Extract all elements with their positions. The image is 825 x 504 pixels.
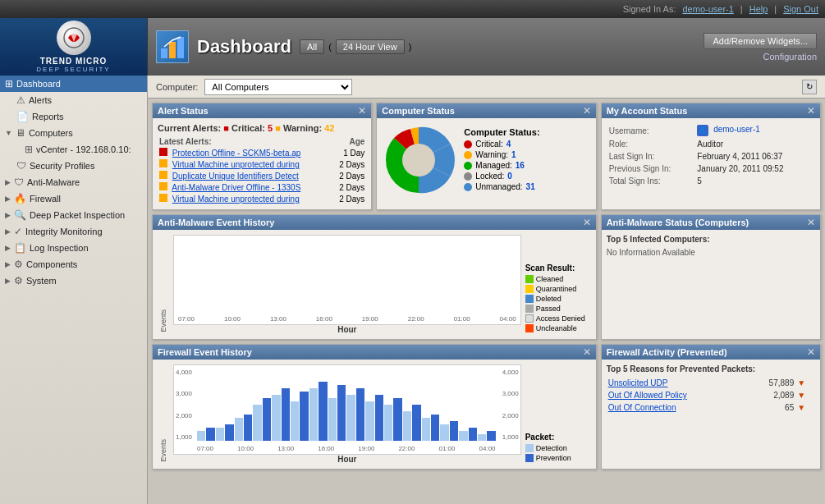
fw-bar-group xyxy=(328,385,346,441)
fw-activity-row: Out Of Connection 65 ▼ xyxy=(607,401,815,414)
firewall-activity-title: Firewall Activity (Prevented) xyxy=(607,347,727,357)
refresh-button[interactable]: ↻ xyxy=(802,80,817,94)
sidebar-label-system: System xyxy=(26,276,57,286)
computer-status-pie xyxy=(382,123,456,197)
sidebar-item-dashboard[interactable]: ⊞ Dashboard xyxy=(0,76,147,92)
view-paren: ( xyxy=(328,42,332,52)
computer-status-header: Computer Status ✕ xyxy=(377,103,595,118)
brand-name: TREND MICRO xyxy=(40,57,108,66)
sidebar-item-vcenter[interactable]: ⊞ vCenter - 192.168.0.10: xyxy=(0,141,147,158)
anti-malware-history-header: Anti-Malware Event History ✕ xyxy=(153,215,596,230)
computer-select[interactable]: All Computers xyxy=(204,79,352,95)
fw-bar-group xyxy=(216,424,234,441)
header-right: Add/Remove Widgets... Configuration xyxy=(704,33,825,62)
firewall-history-close[interactable]: ✕ xyxy=(583,347,591,357)
username-link[interactable]: demo-user-1 xyxy=(682,4,733,14)
sidebar-item-security-profiles[interactable]: 🛡 Security Profiles xyxy=(0,158,147,174)
last-signin-label: Last Sign In: xyxy=(607,150,695,163)
separator2: | xyxy=(774,4,777,14)
fw-bar-group xyxy=(459,428,477,441)
computer-bar: Computer: All Computers ↻ xyxy=(148,76,825,99)
alerts-icon: ⚠ xyxy=(16,94,25,106)
computers-expand-icon: ▼ xyxy=(5,129,12,137)
fw-bar-group xyxy=(346,388,364,441)
username-value[interactable]: demo-user-1 xyxy=(713,125,760,134)
fw-legend-title: Packet: xyxy=(525,433,591,442)
sidebar-item-log-inspection[interactable]: ▶ 📋 Log Inspection xyxy=(0,240,147,256)
no-info-text: No Information Available xyxy=(607,248,815,257)
anti-malware-history-widget: Anti-Malware Event History ✕ Events xyxy=(152,214,597,340)
my-account-close[interactable]: ✕ xyxy=(807,106,815,116)
all-button[interactable]: All xyxy=(300,39,324,54)
anti-malware-expand-icon: ▶ xyxy=(5,178,11,186)
dashboard-icon xyxy=(156,30,189,63)
firewall-activity-close[interactable]: ✕ xyxy=(807,347,815,357)
my-account-body: Username: 👤 demo-user-1 Role: Auditor La… xyxy=(602,118,820,192)
sidebar-item-anti-malware[interactable]: ▶ 🛡 Anti-Malware xyxy=(0,174,147,190)
svg-rect-2 xyxy=(169,42,176,58)
age-col-header: Age xyxy=(332,136,366,147)
fw-activity-label[interactable]: Out Of Allowed Policy xyxy=(607,389,747,401)
alert-row[interactable]: Virtual Machine unprotected during 2 Day… xyxy=(158,193,366,204)
warning-icon: ■ xyxy=(275,123,283,133)
header-area: TREND MICRO DEEP SECURITY Dashboard All … xyxy=(0,18,825,76)
help-link[interactable]: Help xyxy=(749,4,768,14)
computer-status-close[interactable]: ✕ xyxy=(583,106,591,116)
add-widgets-button[interactable]: Add/Remove Widgets... xyxy=(704,33,817,49)
alert-status-widget: Alert Status ✕ Current Alerts: ■ Critica… xyxy=(152,103,372,210)
sidebar-item-alerts[interactable]: ⚠ Alerts xyxy=(0,92,147,108)
signout-link[interactable]: Sign Out xyxy=(783,4,818,14)
fw-bar-group xyxy=(365,395,383,441)
firewall-icon: 🔥 xyxy=(14,193,26,204)
integrity-icon: ✓ xyxy=(14,226,22,237)
sidebar-item-deep-packet[interactable]: ▶ 🔍 Deep Packet Inspection xyxy=(0,207,147,223)
anti-malware-status-close[interactable]: ✕ xyxy=(807,218,815,227)
sidebar-item-firewall[interactable]: ▶ 🔥 Firewall xyxy=(0,190,147,207)
alert-row[interactable]: Anti-Malware Driver Offline - 1330S 2 Da… xyxy=(158,181,366,193)
fw-activity-label[interactable]: Out Of Connection xyxy=(607,401,747,414)
fw-bar-group xyxy=(478,431,496,441)
fw-bar-group xyxy=(403,405,421,441)
anti-malware-history-body: Events 07:0010:0013:0016:0019:0022:0001:… xyxy=(153,230,596,339)
fw-activity-count: 2,089 xyxy=(747,389,795,401)
log-expand-icon: ▶ xyxy=(5,244,11,252)
configuration-link[interactable]: Configuration xyxy=(763,52,817,62)
cs-legend-row: Warning: 1 xyxy=(464,150,539,159)
alert-row[interactable]: Virtual Machine unprotected during 2 Day… xyxy=(158,158,366,170)
latest-alerts-col: Latest Alerts: xyxy=(158,136,332,147)
sidebar-item-reports[interactable]: 📄 Reports xyxy=(0,108,147,125)
fw-activity-arrow: ▼ xyxy=(795,389,815,401)
separator1: | xyxy=(740,4,743,14)
sidebar-item-system[interactable]: ▶ ⚙ System xyxy=(0,273,147,289)
cs-legend-row: Locked: 0 xyxy=(464,172,539,181)
integrity-expand-icon: ▶ xyxy=(5,227,11,236)
computers-icon: 🖥 xyxy=(16,127,25,139)
fw-activity-label[interactable]: Unsolicited UDP xyxy=(607,377,747,389)
alert-row[interactable]: Duplicate Unique Identifiers Detect 2 Da… xyxy=(158,170,366,181)
main-layout: ⊞ Dashboard ⚠ Alerts 📄 Reports ▼ 🖥 Compu… xyxy=(0,76,825,504)
fw-bar-group xyxy=(197,428,215,441)
system-expand-icon: ▶ xyxy=(5,277,11,285)
sidebar-item-integrity[interactable]: ▶ ✓ Integrity Monitoring xyxy=(0,223,147,240)
fw-activity-table: Unsolicited UDP 57,889 ▼ Out Of Allowed … xyxy=(607,377,815,414)
sidebar-label-log: Log Inspection xyxy=(30,243,89,253)
sidebar-item-computers[interactable]: ▼ 🖥 Computers xyxy=(0,125,147,141)
product-name: DEEP SECURITY xyxy=(36,66,110,73)
sidebar-item-components[interactable]: ▶ ⚙ Components xyxy=(0,256,147,273)
alert-row[interactable]: Protection Offline - SCKM5-beta.ap 1 Day xyxy=(158,147,366,158)
anti-malware-status-widget: Anti-Malware Status (Computers) ✕ Top 5 … xyxy=(601,214,821,340)
reports-icon: 📄 xyxy=(16,111,29,122)
sidebar-label-firewall: Firewall xyxy=(30,194,61,204)
cs-legend-title: Computer Status: xyxy=(464,127,539,137)
anti-malware-history-close[interactable]: ✕ xyxy=(583,218,591,227)
alert-status-close[interactable]: ✕ xyxy=(358,106,366,116)
sidebar-label-anti-malware: Anti-Malware xyxy=(27,177,80,187)
sidebar-label-computers: Computers xyxy=(29,128,73,138)
logo-area: TREND MICRO DEEP SECURITY xyxy=(0,18,148,76)
computer-status-title: Computer Status xyxy=(382,106,455,116)
alerts-table: Latest Alerts: Age Protection Offline - … xyxy=(158,136,366,204)
dashboard-grid: Alert Status ✕ Current Alerts: ■ Critica… xyxy=(148,99,825,504)
view-button[interactable]: 24 Hour View xyxy=(336,39,405,54)
fw-bars xyxy=(174,365,520,454)
anti-malware-history-title: Anti-Malware Event History xyxy=(158,218,274,227)
